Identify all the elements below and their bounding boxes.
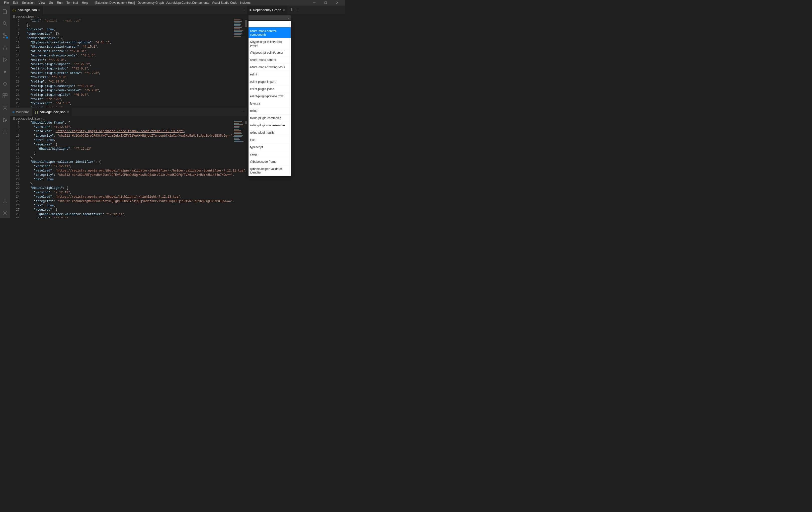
breadcrumb-segment[interactable]: ... [43,117,46,120]
dropdown-option[interactable]: fs-extra [249,100,291,107]
tab-label: Dependency Graph [253,8,281,12]
more-icon[interactable]: ⋯ [242,110,245,114]
editor-group-top: { } package.json × ⋯ {} package.json›...… [10,5,247,108]
tab-package-lock-json[interactable]: { }package-lock.json× [32,108,72,116]
svg-point-1 [3,22,6,24]
files-icon[interactable] [0,6,10,17]
menu-help[interactable]: Help [80,0,90,5]
svg-rect-6 [3,93,5,95]
test-beaker-icon[interactable] [0,42,10,53]
menu-run[interactable]: Run [55,0,64,5]
close-icon[interactable]: × [283,8,285,12]
svg-text:#: # [4,70,6,74]
code-editor-top[interactable]: 6789101112131415161718192021222324252627… [10,19,247,107]
menu-edit[interactable]: Edit [11,0,20,5]
dropdown-option[interactable]: eslint-plugin-prefer-arrow [249,92,291,100]
chevron-right-icon: › [35,15,36,18]
code-editor-bottom[interactable]: 7891011121314151617181920212223242526272… [10,121,247,218]
menu-view[interactable]: View [36,0,47,5]
tab-label: Welcome [16,110,30,114]
svg-point-11 [4,199,6,201]
source-control-icon[interactable] [0,31,10,41]
dropdown-option[interactable]: eslint-plugin-import [249,78,291,85]
tab-package-json[interactable]: { } package.json × [10,5,43,14]
dropdown-option[interactable]: typescript [249,143,291,151]
dropdown-option[interactable] [249,21,291,27]
minimize-button[interactable] [309,0,320,5]
dropdown-option[interactable]: eslint-plugin-jsdoc [249,85,291,92]
more-icon[interactable]: ⋯ [296,8,299,12]
title-bar: FileEditSelectionViewGoRunTerminalHelp [… [0,0,345,5]
breadcrumb-segment[interactable]: {} package-lock.json [13,117,40,120]
menu-selection[interactable]: Selection [20,0,36,5]
remote-icon[interactable] [0,103,10,113]
account-icon[interactable] [0,196,10,206]
scrollbar[interactable] [244,121,247,218]
git-graph-icon[interactable]: # [0,67,10,77]
dependency-graph-panel: ≡ Dependency Graph × ⋯ azure-maps-contro… [247,5,345,218]
editor-group-bottom: ⧈Welcome{ }package-lock.json× ⋯ {} packa… [10,108,247,218]
dropdown-option[interactable]: eslint [249,71,291,78]
close-icon[interactable]: × [67,110,69,114]
dropdown-option[interactable]: azure-maps-control-components [249,27,291,38]
svg-point-4 [5,35,6,36]
scrollbar[interactable] [244,19,247,107]
close-button[interactable] [331,0,343,5]
dropdown-option[interactable]: @babel/helper-validator-identifier [249,165,291,176]
search-icon[interactable] [0,19,10,29]
svg-point-3 [3,37,4,38]
svg-rect-0 [325,2,327,4]
dropdown-option[interactable]: azure-maps-drawing-tools [249,63,291,71]
dropdown-option[interactable]: rollup-plugin-commonjs [249,114,291,122]
tab-welcome[interactable]: ⧈Welcome [10,108,32,116]
maximize-button[interactable] [320,0,331,5]
graph-icon: ≡ [250,8,252,12]
breadcrumb-bottom[interactable]: {} package-lock.json›... [10,116,247,121]
play-debug-icon[interactable] [0,115,10,125]
vscode-icon: ⧈ [12,110,14,114]
breadcrumb-segment[interactable]: {} package.json [13,15,34,18]
window-controls [309,0,343,5]
svg-rect-8 [3,96,5,98]
dropdown-option[interactable]: azure-maps-control [249,56,291,63]
menu-go[interactable]: Go [47,0,55,5]
split-editor-icon[interactable] [290,8,293,12]
editor-actions: ⋯ [240,108,247,116]
close-icon[interactable]: × [38,8,40,12]
settings-gear-icon[interactable] [0,208,10,218]
package-select-dropdown[interactable] [249,15,291,20]
json-file-icon: { } [35,110,38,114]
svg-rect-7 [5,93,7,95]
containers-icon[interactable] [0,127,10,137]
dropdown-option[interactable]: rollup-plugin-node-resolve [249,122,291,129]
chevron-right-icon: › [41,117,42,120]
tab-bar-right: ≡ Dependency Graph × ⋯ [247,5,345,14]
tab-bar-bottom: ⧈Welcome{ }package-lock.json× ⋯ [10,108,247,116]
references-icon[interactable] [0,79,10,89]
dropdown-option[interactable]: @babel/code-frame [249,158,291,165]
dropdown-option[interactable]: @typescript-eslint/parser [249,49,291,56]
minimap[interactable] [234,121,244,218]
svg-point-12 [4,212,6,214]
tab-label: package-lock.json [39,110,65,114]
dropdown-option[interactable]: @typescript-eslint/eslint-plugin [249,38,291,49]
tab-bar-top: { } package.json × ⋯ [10,5,247,14]
tab-dependency-graph[interactable]: ≡ Dependency Graph × [247,5,288,14]
svg-point-2 [3,33,4,34]
more-icon[interactable]: ⋯ [242,8,245,12]
svg-rect-10 [3,131,7,134]
minimap[interactable] [234,19,244,107]
dropdown-option[interactable]: tslib [249,136,291,143]
editor-actions: ⋯ [240,5,247,14]
run-debug-icon[interactable] [0,55,10,65]
dropdown-option[interactable]: rollup-plugin-uglify [249,129,291,136]
menu-bar: FileEditSelectionViewGoRunTerminalHelp [2,0,90,5]
menu-file[interactable]: File [2,0,11,5]
package-select-dropdown-list: azure-maps-control-components@typescript… [249,21,291,176]
dropdown-option[interactable]: yargs [249,151,291,158]
breadcrumb-segment[interactable]: ... [37,15,39,18]
menu-terminal[interactable]: Terminal [64,0,80,5]
dropdown-option[interactable]: rollup [249,107,291,114]
extensions-icon[interactable] [0,91,10,101]
breadcrumb-top[interactable]: {} package.json›... [10,14,247,19]
